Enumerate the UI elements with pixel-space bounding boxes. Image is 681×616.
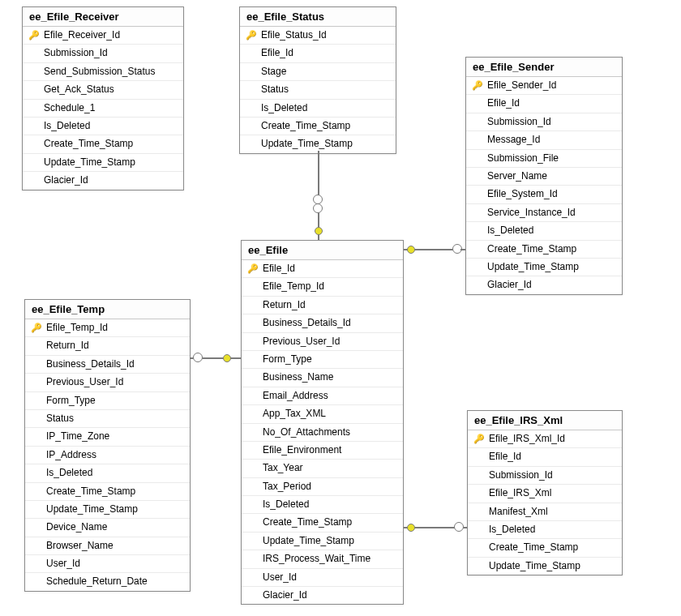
column-name: Server_Name <box>487 169 547 183</box>
column-name: Submission_Id <box>487 115 551 129</box>
column-name: User_Id <box>263 571 297 584</box>
column-name: Update_Time_Stamp <box>263 534 354 548</box>
table-column: Stage <box>240 63 396 81</box>
column-name: Update_Time_Stamp <box>489 559 580 573</box>
cardinality-one-icon <box>313 203 323 213</box>
table-column: Update_Time_Stamp <box>242 533 403 550</box>
table-column: Form_Type <box>25 392 190 410</box>
column-name: Efile_Receiver_Id <box>44 28 120 42</box>
table-column: Manifest_Xml <box>468 503 622 521</box>
table-column: Message_Id <box>466 131 622 149</box>
column-name: Status <box>46 412 74 426</box>
column-name: Create_Time_Stamp <box>44 137 133 151</box>
column-name: Update_Time_Stamp <box>487 260 579 274</box>
column-name: No_Of_Attachments <box>263 426 350 439</box>
table-column: Is_Deleted <box>25 464 190 482</box>
column-name: Previous_User_Id <box>263 335 340 349</box>
table-column: Previous_User_Id <box>25 374 190 391</box>
relationship-line <box>460 249 462 250</box>
column-name: Is_Deleted <box>487 224 533 237</box>
column-name: Device_Name <box>46 520 107 534</box>
table-column: Service_Instance_Id <box>466 204 622 222</box>
column-name: Submission_Id <box>44 46 108 60</box>
column-name: Update_Time_Stamp <box>46 503 138 516</box>
column-name: Efile_Environment <box>263 443 341 457</box>
table-column: 🔑Efile_Id <box>242 260 403 278</box>
column-name: IP_Address <box>46 448 96 462</box>
table-column: Status <box>25 410 190 428</box>
column-name: Is_Deleted <box>489 523 535 537</box>
column-name: Business_Name <box>263 370 333 384</box>
table-column: Return_Id <box>242 297 403 314</box>
column-name: Service_Instance_Id <box>487 206 576 220</box>
table-column: Form_Type <box>242 351 403 369</box>
column-name: Efile_Temp_Id <box>46 321 108 335</box>
column-name: Efile_Id <box>489 450 521 464</box>
table-column: Browser_Name <box>25 537 190 555</box>
table-title: ee_Efile <box>242 241 403 260</box>
column-name: User_Id <box>46 557 80 571</box>
table-title: ee_Efile_Receiver <box>23 7 183 27</box>
column-name: Status <box>261 83 289 96</box>
table-column: Is_Deleted <box>242 496 403 514</box>
table-column: Submission_Id <box>468 467 622 485</box>
table-column: Tax_Period <box>242 478 403 496</box>
key-end-icon <box>223 354 231 362</box>
table-ee-efile-receiver: ee_Efile_Receiver 🔑Efile_Receiver_IdSubm… <box>22 6 184 190</box>
table-column: 🔑Efile_Sender_Id <box>466 77 622 95</box>
column-name: App_Tax_XML <box>263 407 326 421</box>
table-column: Business_Details_Id <box>242 314 403 332</box>
table-column: Glacier_Id <box>23 172 183 189</box>
table-column: Update_Time_Stamp <box>466 259 622 276</box>
table-column: Status <box>240 81 396 99</box>
column-name: Form_Type <box>263 353 312 366</box>
table-column: Schedule_Return_Date <box>25 573 190 590</box>
column-name: Tax_Year <box>263 461 303 475</box>
column-name: Update_Time_Stamp <box>44 156 135 169</box>
cardinality-one-icon <box>454 522 464 532</box>
table-column: Tax_Year <box>242 460 403 477</box>
primary-key-icon: 🔑 <box>245 29 258 42</box>
table-rows: 🔑Efile_IRS_Xml_IdEfile_IdSubmission_IdEf… <box>468 430 622 575</box>
table-column: Email_Address <box>242 387 403 405</box>
primary-key-icon: 🔑 <box>246 263 259 276</box>
table-column: Efile_IRS_Xml <box>468 485 622 503</box>
column-name: Manifest_Xml <box>489 505 548 519</box>
column-name: Submission_Id <box>489 468 553 482</box>
column-name: IP_Time_Zone <box>46 430 109 443</box>
column-name: Efile_Sender_Id <box>487 79 556 92</box>
table-column: Create_Time_Stamp <box>23 135 183 153</box>
column-name: Form_Type <box>46 394 96 408</box>
column-name: Create_Time_Stamp <box>46 485 135 498</box>
table-column: Submission_Id <box>466 113 622 131</box>
primary-key-icon: 🔑 <box>473 433 486 446</box>
column-name: Efile_Id <box>261 46 293 60</box>
table-column: Previous_User_Id <box>242 333 403 351</box>
table-column: IP_Time_Zone <box>25 428 190 446</box>
column-name: Send_Submission_Status <box>44 65 155 79</box>
column-name: Efile_Status_Id <box>261 28 327 42</box>
table-column: IP_Address <box>25 447 190 464</box>
column-name: Is_Deleted <box>261 101 307 115</box>
table-column: Glacier_Id <box>242 587 403 604</box>
column-name: Email_Address <box>263 389 328 403</box>
table-column: 🔑Efile_Receiver_Id <box>23 27 183 45</box>
table-title: ee_Efile_IRS_Xml <box>468 411 622 430</box>
column-name: IRS_Process_Wait_Time <box>263 552 370 566</box>
column-name: Schedule_Return_Date <box>46 575 148 588</box>
table-column: Efile_Id <box>466 95 622 113</box>
column-name: Create_Time_Stamp <box>263 515 352 529</box>
table-column: Is_Deleted <box>240 100 396 118</box>
table-column: Send_Submission_Status <box>23 63 183 81</box>
column-name: Glacier_Id <box>44 173 88 187</box>
table-rows: 🔑Efile_Receiver_IdSubmission_IdSend_Subm… <box>23 27 183 190</box>
table-rows: 🔑Efile_Temp_IdReturn_IdBusiness_Details_… <box>25 319 190 591</box>
table-column: Create_Time_Stamp <box>242 514 403 532</box>
table-column: Submission_Id <box>23 45 183 62</box>
table-rows: 🔑Efile_Sender_IdEfile_IdSubmission_IdMes… <box>466 77 622 294</box>
table-column: Update_Time_Stamp <box>23 154 183 172</box>
table-column: Efile_Id <box>240 45 396 62</box>
table-column: Update_Time_Stamp <box>468 558 622 575</box>
cardinality-one-icon <box>193 353 203 362</box>
table-column: Is_Deleted <box>468 521 622 539</box>
